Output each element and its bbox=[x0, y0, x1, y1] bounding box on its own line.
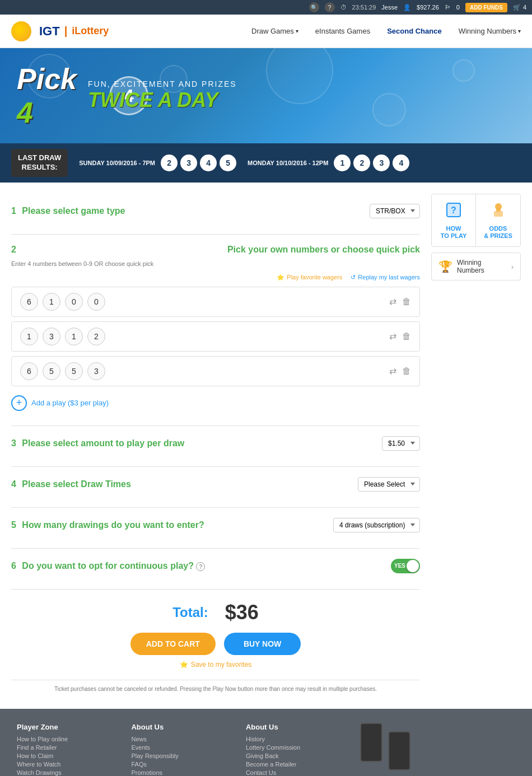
play-number[interactable]: 5 bbox=[65, 362, 83, 380]
info-icon[interactable]: ? bbox=[196, 562, 205, 571]
nav-winning-numbers[interactable]: Winning Numbers ▾ bbox=[459, 27, 521, 35]
delete-icon[interactable]: 🗑 bbox=[402, 297, 411, 307]
step-1-heading: 1 Please select game type STR/BOX STR BO… bbox=[11, 204, 420, 218]
play-row-1-actions: ⇄ 🗑 bbox=[389, 296, 411, 307]
play-numbers-1: 6 1 0 0 bbox=[20, 293, 384, 311]
step-6-section: 6 Do you want to opt for continuous play… bbox=[11, 549, 420, 590]
footer-link[interactable]: News bbox=[131, 736, 234, 742]
add-play-icon: + bbox=[11, 395, 27, 411]
footer-link[interactable]: How to Claim bbox=[17, 752, 120, 759]
footer-about-title: About Us bbox=[246, 723, 349, 731]
footer-link[interactable]: Find a Retailer bbox=[17, 744, 120, 751]
footer-link[interactable]: Events bbox=[131, 744, 234, 751]
amount-per-draw-select[interactable]: $0.50 $1.00 $1.50 $2.00 $5.00 bbox=[382, 436, 420, 451]
logo[interactable]: IGT | iLottery bbox=[11, 21, 109, 41]
step-4-text: Please select Draw Times bbox=[22, 479, 131, 489]
play-number[interactable]: 1 bbox=[65, 328, 83, 345]
replay-option[interactable]: ↺ Replay my last wagers bbox=[351, 274, 420, 281]
footer-link[interactable]: Where to Watch bbox=[17, 761, 120, 768]
draw-group-2: MONDAY 10/10/2016 - 12PM 1 2 3 4 bbox=[248, 155, 409, 171]
draw-balls-1: 2 3 4 5 bbox=[161, 155, 236, 171]
play-row-2-actions: ⇄ 🗑 bbox=[389, 331, 411, 342]
game-type-select[interactable]: STR/BOX STR BOX COMBO PAIRS bbox=[370, 204, 420, 218]
star-icon: ⭐ bbox=[277, 274, 284, 281]
play-number[interactable]: 1 bbox=[43, 293, 60, 311]
play-number[interactable]: 5 bbox=[43, 362, 60, 380]
step-1-label: 1 Please select game type bbox=[11, 206, 125, 216]
star-icon-favorites: ⭐ bbox=[180, 661, 188, 669]
footer-link[interactable]: Watch Drawings bbox=[17, 769, 120, 776]
cart-button[interactable]: 🛒 4 bbox=[513, 4, 526, 11]
search-icon[interactable]: 🔍 bbox=[309, 2, 319, 12]
footer-mobile: Download our Mobile apps Take your favou… bbox=[360, 723, 515, 776]
play-number[interactable]: 0 bbox=[87, 293, 105, 311]
notification-count: 0 bbox=[456, 4, 460, 11]
play-number[interactable]: 2 bbox=[87, 328, 105, 345]
shuffle-icon[interactable]: ⇄ bbox=[389, 296, 396, 307]
how-to-play-label: HOWTO PLAY bbox=[441, 225, 466, 240]
step-6-heading: 6 Do you want to opt for continuous play… bbox=[11, 559, 420, 573]
footer-link[interactable]: History bbox=[246, 736, 349, 742]
add-funds-button[interactable]: ADD FUNDS bbox=[465, 3, 507, 12]
step-5-heading: 5 How many drawings do you want to enter… bbox=[11, 518, 420, 532]
step-5-label-container: 5 How many drawings do you want to enter… bbox=[11, 520, 204, 530]
odds-prizes-button[interactable]: ODDS& PRIZES bbox=[476, 194, 520, 246]
play-favorites-option[interactable]: ⭐ Play favorite wagers bbox=[277, 274, 342, 281]
draw-ball: 3 bbox=[373, 155, 390, 171]
clock-icon: ⏱ bbox=[340, 4, 347, 11]
save-favorites-button[interactable]: ⭐ Save to my favorites bbox=[22, 661, 409, 669]
top-bar: 🔍 ? ⏱ 23:51:29 Jesse 👤 $927.26 🏳 0 ADD F… bbox=[0, 0, 532, 15]
footer-link[interactable]: Become a Retailer bbox=[246, 761, 349, 768]
drawings-count-select[interactable]: 1 draw 2 draws 3 draws 4 draws (subscrip… bbox=[333, 518, 420, 532]
time-display: 23:51:29 bbox=[352, 4, 376, 11]
footer-link[interactable]: Contact Us bbox=[246, 769, 349, 776]
play-number[interactable]: 1 bbox=[20, 328, 38, 345]
purchase-buttons: ADD TO CART BUY NOW bbox=[22, 633, 409, 655]
step-4-number: 4 bbox=[11, 479, 16, 489]
nav-draw-games[interactable]: Draw Games ▾ bbox=[251, 27, 298, 35]
play-number[interactable]: 0 bbox=[65, 293, 83, 311]
footer-link[interactable]: Giving Back bbox=[246, 752, 349, 759]
how-to-play-icon: ? bbox=[445, 201, 463, 222]
shuffle-icon[interactable]: ⇄ bbox=[389, 366, 396, 376]
balance-display: $927.26 bbox=[417, 4, 439, 11]
footer-link[interactable]: Lottery Commission bbox=[246, 744, 349, 751]
phone-graphic-1 bbox=[360, 723, 382, 762]
draw-ball: 2 bbox=[353, 155, 370, 171]
shuffle-icon[interactable]: ⇄ bbox=[389, 331, 396, 342]
how-to-play-button[interactable]: ? HOWTO PLAY bbox=[432, 194, 476, 246]
step-2-section: 2 Pick your own numbers or choose quick … bbox=[11, 235, 420, 426]
step-4-label-container: 4 Please select Draw Times bbox=[11, 479, 131, 489]
logo-igt-text: IGT bbox=[39, 24, 60, 39]
play-number[interactable]: 3 bbox=[87, 362, 105, 380]
play-number[interactable]: 3 bbox=[43, 328, 60, 345]
continuous-play-toggle[interactable]: YES bbox=[391, 559, 420, 573]
footer-link[interactable]: FAQs bbox=[131, 761, 234, 768]
replay-label: Replay my last wagers bbox=[358, 274, 420, 281]
play-number[interactable]: 6 bbox=[20, 362, 38, 380]
add-play-button[interactable]: + Add a play ($3 per play) bbox=[11, 391, 420, 415]
draw-label-line1: LAST DRAW bbox=[18, 153, 61, 162]
footer-link[interactable]: Play Responsibly bbox=[131, 752, 234, 759]
winning-numbers-sidebar-button[interactable]: 🏆 Winning Numbers › bbox=[431, 253, 521, 281]
play-number[interactable]: 6 bbox=[20, 293, 38, 311]
play-numbers-2: 1 3 1 2 bbox=[20, 328, 384, 345]
step-4-heading: 4 Please select Draw Times Please Select… bbox=[11, 477, 420, 492]
draw-balls-2: 1 2 3 4 bbox=[334, 155, 409, 171]
step-3-heading: 3 Please select amount to play per draw … bbox=[11, 436, 420, 451]
draw-times-select[interactable]: Please Select Midday Evening Both bbox=[358, 477, 420, 492]
total-amount: $36 bbox=[225, 601, 259, 624]
winning-numbers-sidebar-label: Winning Numbers bbox=[457, 259, 507, 274]
add-to-cart-button[interactable]: ADD TO CART bbox=[130, 633, 216, 655]
hero-tagline: FUN, EXCITEMENT AND PRIZES TWICE A DAY bbox=[88, 80, 237, 112]
nav-einstants[interactable]: eInstants Games bbox=[315, 27, 370, 35]
help-icon[interactable]: ? bbox=[325, 2, 335, 12]
delete-icon[interactable]: 🗑 bbox=[402, 366, 411, 376]
nav-second-chance[interactable]: Second Chance bbox=[387, 27, 442, 35]
delete-icon[interactable]: 🗑 bbox=[402, 331, 411, 342]
draw-group-1: SUNDAY 10/09/2016 - 7PM 2 3 4 5 bbox=[79, 155, 236, 171]
footer-link[interactable]: How to Play online bbox=[17, 736, 120, 742]
footer-link[interactable]: Promotions bbox=[131, 769, 234, 776]
buy-now-button[interactable]: BUY NOW bbox=[224, 633, 301, 655]
flag-icon: 🏳 bbox=[445, 4, 451, 11]
